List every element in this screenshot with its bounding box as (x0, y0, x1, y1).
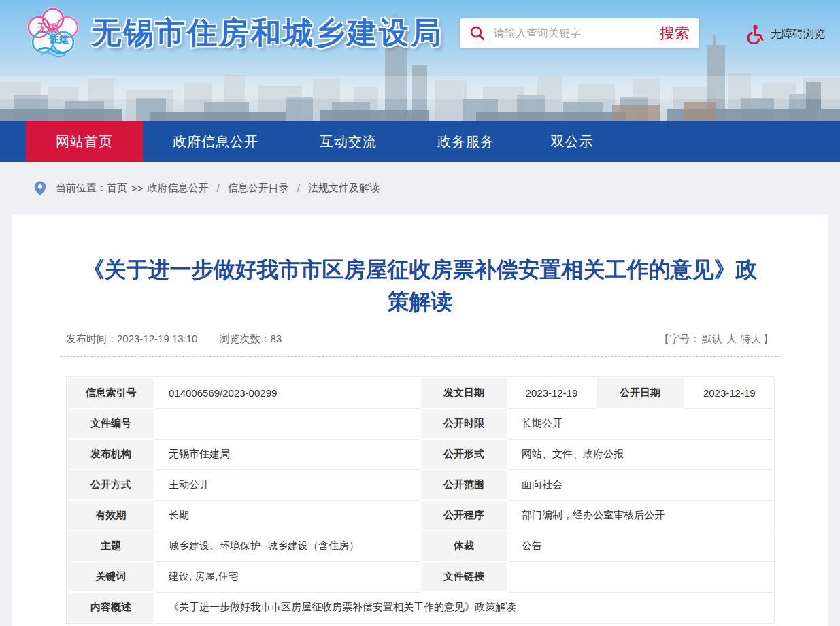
cell-value-public-scope: 面向社会 (507, 469, 774, 500)
breadcrumb-link-directory[interactable]: 信息公开目录 (228, 182, 289, 195)
table-row-public-method: 公开方式 主动公开 公开范围 面向社会 (67, 469, 774, 500)
cell-value-summary: 《关于进一步做好我市市区房屋征收房票补偿安置相关工作的意见》政策解读 (154, 592, 774, 623)
breadcrumb-arrow: >> (131, 182, 144, 194)
cell-label-issuing-agency: 发布机构 (67, 439, 154, 469)
breadcrumb-link-gov-info[interactable]: 政府信息公开 (148, 182, 209, 195)
cell-value-keywords: 建设, 房屋,住宅 (154, 561, 420, 592)
article-meta: 发布时间：2023-12-19 13:10浏览次数：83 【字号：默认大特大】 (66, 333, 773, 346)
table-row-summary: 内容概述 《关于进一步做好我市市区房屋征收房票补偿安置相关工作的意见》政策解读 (67, 592, 774, 623)
main-nav: 网站首页 政府信息公开 互动交流 政务服务 双公示 (0, 121, 840, 162)
nav-item-home[interactable]: 网站首页 (26, 121, 143, 162)
nav-item-services[interactable]: 政务服务 (408, 121, 524, 162)
table-row-index: 信息索引号 014006569/2023-00299 发文日期 2023-12-… (67, 378, 774, 408)
breadcrumb-home[interactable]: 首页 (107, 182, 127, 195)
cell-value-public-method: 主动公开 (154, 469, 420, 500)
site-brand[interactable]: 无锡 住建 无锡市住房和城乡建设局 (23, 3, 443, 63)
publish-time-label: 发布时间： (66, 333, 117, 344)
search-icon (469, 25, 486, 42)
cell-label-public-method: 公开方式 (67, 469, 154, 500)
font-size-large[interactable]: 大 (726, 333, 737, 344)
cell-label-issue-date: 发文日期 (420, 378, 507, 408)
cell-label-public-procedure: 公开程序 (420, 500, 507, 531)
wheelchair-icon (747, 24, 765, 44)
table-row-keywords: 关键词 建设, 房屋,住宅 文件链接 (67, 561, 774, 592)
plum-blossom-logo-icon: 无锡 住建 (23, 3, 83, 63)
cell-label-validity: 有效期 (67, 500, 154, 531)
cell-value-public-duration: 长期公开 (507, 408, 774, 439)
font-size-control: 【字号：默认大特大】 (659, 333, 773, 346)
cell-value-doc-number (154, 408, 420, 439)
cell-label-genre: 体裁 (420, 531, 507, 561)
breadcrumb-separator: / (297, 182, 300, 194)
breadcrumb-label: 当前位置： (56, 182, 107, 195)
breadcrumb-link-regulations[interactable]: 法规文件及解读 (308, 182, 380, 195)
cell-label-doc-number: 文件编号 (67, 408, 154, 439)
font-size-close: 】 (763, 333, 773, 344)
search-button[interactable]: 搜索 (660, 23, 690, 44)
document-info-table: 信息索引号 014006569/2023-00299 发文日期 2023-12-… (66, 376, 774, 624)
table-row-issuing-agency: 发布机构 无锡市住建局 公开形式 网站、文件、政府公报 (67, 439, 774, 469)
cell-value-topic: 城乡建设、环境保护--城乡建设（含住房） (154, 531, 420, 561)
font-size-xlarge[interactable]: 特大 (741, 333, 761, 344)
nav-item-gov-info[interactable]: 政府信息公开 (143, 121, 288, 162)
cell-label-topic: 主题 (67, 531, 154, 561)
cell-label-public-scope: 公开范围 (420, 469, 507, 500)
breadcrumb: 当前位置： 首页 >> 政府信息公开 / 信息公开目录 / 法规文件及解读 (0, 162, 840, 214)
logo-text-top: 无锡 (36, 22, 57, 33)
cell-label-index-number: 信息索引号 (67, 378, 154, 408)
cell-value-issue-date: 2023-12-19 (507, 378, 596, 408)
site-banner: 无锡 住建 无锡市住房和城乡建设局 搜索 无障碍浏览 (0, 0, 840, 121)
logo-text-bottom: 住建 (48, 33, 69, 44)
views-count: 83 (270, 333, 282, 344)
font-size-default[interactable]: 默认 (702, 333, 722, 344)
table-row-topic: 主题 城乡建设、环境保护--城乡建设（含住房） 体裁 公告 (67, 531, 774, 561)
publish-info: 发布时间：2023-12-19 13:10浏览次数：83 (66, 333, 282, 346)
cell-value-issuing-agency: 无锡市住建局 (154, 439, 420, 469)
site-title: 无锡市住房和城乡建设局 (91, 13, 443, 53)
article-title: 《关于进一步做好我市市区房屋征收房票补偿安置相关工作的意见》政策解读 (78, 254, 762, 318)
location-pin-icon (34, 181, 46, 196)
cell-label-keywords: 关键词 (67, 561, 154, 592)
cell-value-file-link (507, 561, 774, 592)
cell-value-public-date: 2023-12-19 (684, 378, 774, 408)
cell-label-public-form: 公开形式 (420, 439, 507, 469)
table-row-doc-number: 文件编号 公开时限 长期公开 (67, 408, 774, 439)
article-panel: 《关于进一步做好我市市区房屋征收房票补偿安置相关工作的意见》政策解读 发布时间：… (12, 214, 828, 626)
cell-label-file-link: 文件链接 (420, 561, 507, 592)
cell-value-validity: 长期 (154, 500, 420, 531)
search-input[interactable] (492, 27, 654, 40)
breadcrumb-separator: / (217, 182, 220, 194)
cell-label-public-date: 公开日期 (596, 378, 684, 408)
font-size-open: 【字号： (659, 333, 700, 344)
search-box: 搜索 (460, 18, 699, 48)
accessibility-label: 无障碍浏览 (771, 27, 825, 42)
cell-label-summary: 内容概述 (67, 592, 154, 623)
nav-item-interaction[interactable]: 互动交流 (288, 121, 408, 162)
cell-value-index-number: 014006569/2023-00299 (154, 378, 420, 408)
views-label: 浏览次数： (219, 333, 270, 344)
cell-value-genre: 公告 (507, 531, 774, 561)
table-row-validity: 有效期 长期 公开程序 部门编制，经办公室审核后公开 (67, 500, 774, 531)
cell-label-public-duration: 公开时限 (420, 408, 507, 439)
cell-value-public-procedure: 部门编制，经办公室审核后公开 (507, 500, 774, 531)
accessibility-link[interactable]: 无障碍浏览 (747, 24, 825, 44)
nav-item-dual-publicity[interactable]: 双公示 (524, 121, 620, 162)
cell-value-public-form: 网站、文件、政府公报 (507, 439, 774, 469)
publish-time: 2023-12-19 13:10 (117, 333, 197, 344)
dashed-divider (60, 356, 780, 357)
